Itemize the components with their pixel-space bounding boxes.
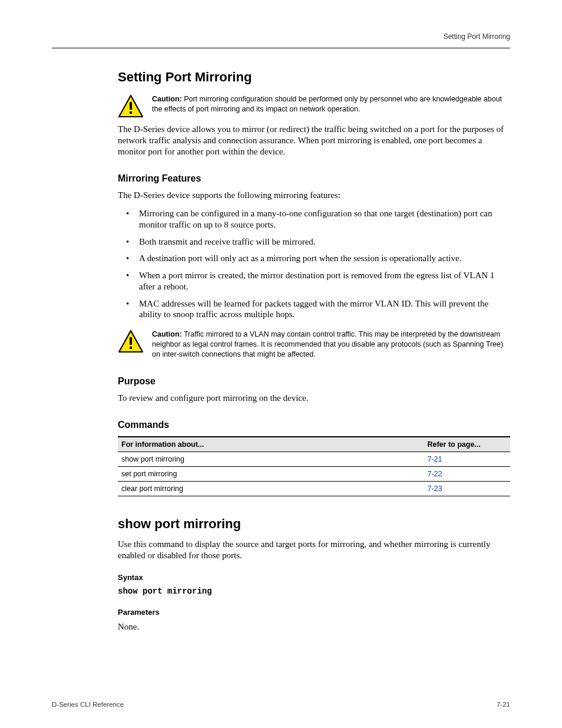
caution-icon <box>118 94 144 118</box>
caution-body-1: Port mirroring configuration should be p… <box>152 95 502 113</box>
heading-syntax: Syntax <box>118 573 510 582</box>
svg-rect-1 <box>130 102 132 110</box>
syntax-text: show port mirroring <box>118 587 510 596</box>
paragraph-intro: The D-Series device allows you to mirror… <box>118 124 510 157</box>
table-row: show port mirroring 7-21 <box>118 452 510 467</box>
caution-block-2: Caution: Traffic mirrored to a VLAN may … <box>118 330 510 360</box>
footer-left: D-Series CLI Reference <box>52 701 124 708</box>
table-cell-task: clear port mirroring <box>118 482 424 496</box>
heading-purpose: Purpose <box>118 376 510 387</box>
caution-text-2: Caution: Traffic mirrored to a VLAN may … <box>152 330 510 360</box>
commands-table: For information about... Refer to page..… <box>118 436 510 496</box>
list-item: Mirroring can be configured in a many-to… <box>118 208 510 230</box>
table-cell-task: show port mirroring <box>118 452 424 467</box>
paragraph-purpose: To review and configure port mirroring o… <box>118 393 510 404</box>
heading-show-port-mirroring: show port mirroring <box>118 516 510 532</box>
svg-rect-4 <box>130 337 132 345</box>
footer-right: 7-21 <box>497 701 510 708</box>
caution-body-2: Traffic mirrored to a VLAN may contain c… <box>152 330 503 358</box>
page-footer: D-Series CLI Reference 7-21 <box>52 701 510 708</box>
top-rule <box>52 48 510 48</box>
table-row: clear port mirroring 7-23 <box>118 482 510 496</box>
table-header-task: For information about... <box>118 437 424 452</box>
heading-parameters: Parameters <box>118 608 510 617</box>
paragraph-parameters: None. <box>118 621 510 633</box>
table-cell-page[interactable]: 7-21 <box>424 452 510 467</box>
feature-bullet-list: Mirroring can be configured in a many-to… <box>118 208 510 320</box>
paragraph-showcmd: Use this command to display the source a… <box>118 539 510 561</box>
table-row: set port mirroring 7-22 <box>118 467 510 482</box>
caution-icon <box>118 330 144 353</box>
caution-label-1: Caution: <box>152 95 182 103</box>
caution-label-2: Caution: <box>152 330 182 338</box>
list-item: When a port mirror is created, the mirro… <box>118 270 510 292</box>
table-cell-task: set port mirroring <box>118 467 424 482</box>
list-item: MAC addresses will be learned for packet… <box>118 298 510 321</box>
heading-mirroring-features: Mirroring Features <box>118 173 510 184</box>
caution-text-1: Caution: Port mirroring configuration sh… <box>152 94 510 114</box>
table-cell-page[interactable]: 7-22 <box>424 467 510 482</box>
table-cell-page[interactable]: 7-23 <box>424 482 510 496</box>
heading-setting-port-mirroring: Setting Port Mirroring <box>118 70 510 85</box>
paragraph-features-intro: The D-Series device supports the followi… <box>118 190 510 201</box>
svg-rect-2 <box>130 111 132 114</box>
caution-block-1: Caution: Port mirroring configuration sh… <box>118 94 510 118</box>
list-item: A destination port will only act as a mi… <box>118 253 510 264</box>
list-item: Both transmit and receive traffic will b… <box>118 236 510 248</box>
running-head: Setting Port Mirroring <box>52 32 510 41</box>
table-header-page: Refer to page... <box>424 437 510 452</box>
svg-rect-5 <box>130 347 132 349</box>
heading-commands: Commands <box>118 420 510 430</box>
